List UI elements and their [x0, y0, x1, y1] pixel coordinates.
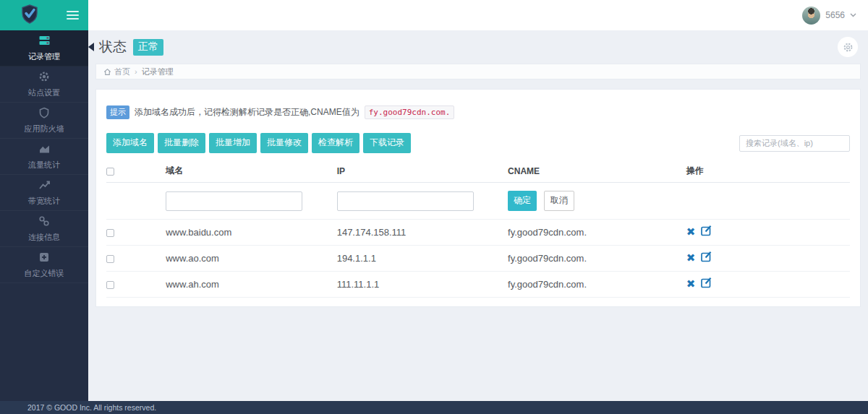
user-menu[interactable]: 5656: [802, 0, 868, 30]
sidebar: 记录管理 站点设置 应用防火墙: [0, 30, 88, 401]
username: 5656: [825, 10, 845, 20]
records-panel: 提示 添加域名成功后，记得检测解析记录是否正确,CNAME值为 fy.good7…: [95, 89, 861, 307]
breadcrumb-home-link[interactable]: 首页: [103, 66, 130, 77]
row-checkbox[interactable]: [106, 255, 114, 263]
content-header: 状态 正常: [88, 30, 868, 64]
cname-code: fy.good79cdn.com.: [365, 105, 455, 119]
sidebar-item-label: 记录管理: [28, 51, 60, 62]
hint-badge: 提示: [106, 105, 129, 119]
sidebar-item-label: 站点设置: [28, 87, 60, 98]
cell-cname: fy.good79cdn.com.: [508, 220, 686, 246]
server-icon: [38, 35, 51, 49]
download-records-button[interactable]: 下载记录: [363, 133, 411, 153]
table-row: www.baidu.com 147.174.158.111 fy.good79c…: [106, 220, 850, 246]
search-input[interactable]: [739, 135, 850, 152]
area-chart-icon: [38, 143, 51, 158]
edit-record-icon[interactable]: [700, 280, 712, 291]
status-label: 状态: [99, 38, 127, 56]
select-all-checkbox[interactable]: [106, 168, 114, 176]
cell-domain: www.baidu.com: [166, 220, 336, 246]
status-badge: 正常: [133, 39, 163, 56]
cell-domain: www.ah.com: [166, 272, 336, 298]
sidebar-item-label: 连接信息: [28, 232, 60, 243]
line-chart-icon: [38, 179, 51, 194]
check-resolution-button[interactable]: 检查解析: [312, 133, 359, 153]
sidebar-item-site-settings[interactable]: 站点设置: [0, 66, 88, 103]
cell-cname: fy.good79cdn.com.: [508, 272, 686, 298]
hamburger-menu-icon[interactable]: [67, 9, 79, 22]
sidebar-item-label: 自定义错误: [25, 268, 64, 279]
batch-add-button[interactable]: 批量增加: [209, 133, 257, 153]
sidebar-item-bandwidth-stats[interactable]: 带宽统计: [0, 175, 88, 211]
copyright-text: 2017 © GOOD Inc. All rights reserved.: [27, 403, 156, 412]
cell-ip: 111.11.1.1: [337, 272, 508, 298]
cname-hint: 提示 添加域名成功后，记得检测解析记录是否正确,CNAME值为 fy.good7…: [106, 105, 850, 119]
brand-area: [0, 0, 88, 30]
sidebar-item-label: 流量统计: [28, 160, 60, 171]
delete-record-icon[interactable]: ✖: [686, 277, 696, 290]
records-table: 域名 IP CNAME 操作 确定 取消: [106, 160, 850, 298]
main-area: 记录管理 站点设置 应用防火墙: [0, 30, 868, 401]
sidebar-item-label: 应用防火墙: [25, 124, 64, 134]
chevron-down-icon: [850, 12, 856, 19]
gear-icon: [38, 71, 50, 85]
breadcrumb-current: 记录管理: [142, 66, 174, 77]
breadcrumb-separator: ›: [135, 67, 137, 76]
cell-domain: www.ao.com: [166, 246, 336, 272]
row-checkbox[interactable]: [106, 281, 114, 289]
toolbar: 添加域名 批量删除 批量增加 批量修改 检查解析 下载记录: [106, 133, 850, 153]
cell-ip: 194.1.1.1: [337, 246, 508, 272]
link-icon: [38, 215, 50, 230]
sidebar-item-connection-info[interactable]: 连接信息: [0, 211, 88, 247]
batch-delete-button[interactable]: 批量删除: [158, 133, 205, 153]
plus-square-icon: [38, 251, 50, 266]
column-header-cname: CNAME: [508, 160, 686, 183]
batch-modify-button[interactable]: 批量修改: [260, 133, 308, 153]
content-area: 状态 正常 首页 › 记录管理 提示 添加域名成功后，记得检测解析记录是否正确,…: [88, 30, 868, 401]
ip-input[interactable]: [337, 191, 474, 211]
sidebar-item-traffic-stats[interactable]: 流量统计: [0, 139, 88, 175]
cell-cname: fy.good79cdn.com.: [508, 246, 686, 272]
domain-input[interactable]: [166, 191, 302, 211]
column-header-actions: 操作: [686, 160, 850, 183]
edit-record-icon[interactable]: [700, 254, 712, 265]
table-row: www.ao.com 194.1.1.1 fy.good79cdn.com. ✖: [106, 246, 850, 272]
delete-record-icon[interactable]: ✖: [686, 251, 696, 264]
column-header-ip: IP: [337, 160, 508, 183]
sidebar-item-custom-errors[interactable]: 自定义错误: [0, 247, 88, 283]
shield-icon: [38, 107, 50, 121]
breadcrumb: 首页 › 记录管理: [95, 64, 861, 79]
hint-text: 添加域名成功后，记得检测解析记录是否正确,CNAME值为: [135, 106, 359, 118]
row-checkbox[interactable]: [106, 229, 114, 237]
sidebar-item-label: 带宽统计: [28, 196, 60, 207]
home-icon: [103, 68, 111, 76]
inline-edit-row: 确定 取消: [106, 183, 850, 220]
add-domain-button[interactable]: 添加域名: [106, 133, 154, 153]
sidebar-item-records[interactable]: 记录管理: [0, 30, 88, 66]
table-row: www.ah.com 111.11.1.1 fy.good79cdn.com. …: [106, 272, 850, 298]
footer: 2017 © GOOD Inc. All rights reserved.: [0, 401, 868, 414]
edit-record-icon[interactable]: [700, 228, 712, 239]
shield-logo-icon: [21, 4, 38, 27]
confirm-button[interactable]: 确定: [508, 191, 537, 211]
table-header-row: 域名 IP CNAME 操作: [106, 160, 850, 183]
settings-button[interactable]: [838, 37, 858, 57]
sidebar-item-firewall[interactable]: 应用防火墙: [0, 103, 88, 139]
cell-ip: 147.174.158.111: [337, 220, 508, 246]
topbar: 5656: [0, 0, 868, 30]
cancel-button[interactable]: 取消: [544, 191, 574, 211]
avatar: [802, 7, 820, 25]
delete-record-icon[interactable]: ✖: [686, 225, 696, 238]
column-header-domain: 域名: [166, 160, 336, 183]
sidebar-pointer-notch: [88, 43, 94, 51]
